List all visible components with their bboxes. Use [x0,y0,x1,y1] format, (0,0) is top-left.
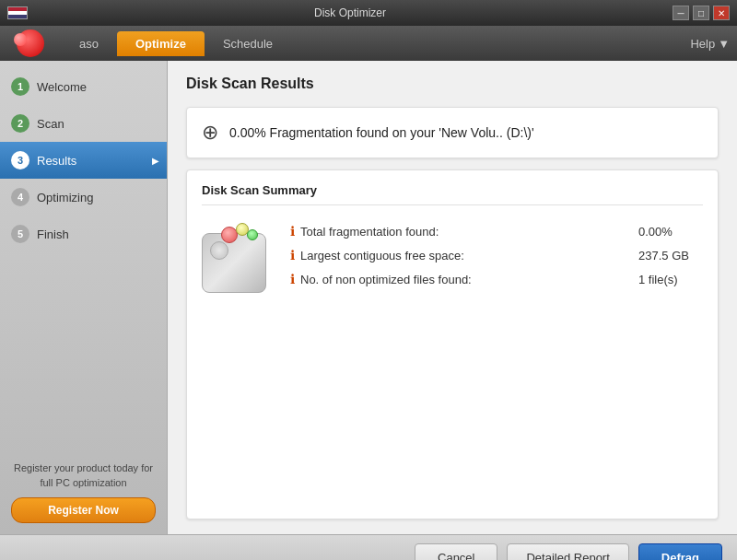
sidebar-item-scan[interactable]: 2 Scan [0,105,167,142]
sidebar-item-optimizing[interactable]: 4 Optimizing [0,179,167,216]
tab-optimize[interactable]: Optimize [117,31,205,56]
sidebar-bottom: Register your product today for full PC … [0,450,167,534]
logo-icon [14,29,47,57]
sidebar-label-scan: Scan [37,117,64,131]
tab-aso[interactable]: aso [61,31,117,56]
logo-inner-circle [14,33,27,46]
stat-info-icon-1: ℹ [290,224,295,239]
menubar: aso Optimize Schedule Help ▼ [0,26,737,61]
sidebar: 1 Welcome 2 Scan 3 Results 4 Optimizing … [0,61,168,534]
register-text: Register your product today for full PC … [11,461,156,490]
alert-icon: ⊕ [202,121,218,145]
sidebar-num-5: 5 [11,225,29,243]
stat-info-icon-3: ℹ [290,272,295,286]
stat-info-icon-2: ℹ [290,248,295,262]
summary-content: ℹ Total fragmentation found: 0.00% ℹ Lar… [202,216,703,298]
minimize-button[interactable]: ─ [673,6,689,20]
summary-stats: ℹ Total fragmentation found: 0.00% ℹ Lar… [290,224,703,286]
stat-value-nonoptimized: 1 file(s) [638,273,703,286]
sidebar-num-2: 2 [11,114,29,133]
help-menu[interactable]: Help ▼ [690,37,730,51]
disk-icon [202,224,275,298]
summary-box: Disk Scan Summary ℹ Total fragmentation … [186,169,719,519]
sidebar-label-results: Results [37,154,76,168]
sidebar-label-finish: Finish [37,228,69,241]
disk-shape [202,233,266,293]
stat-label-fragmentation: Total fragmentation found: [300,225,633,239]
window-title: Disk Optimizer [28,6,673,19]
close-button[interactable]: ✕ [713,6,730,20]
detailed-report-button[interactable]: Detailed Report [507,543,628,560]
disk-label-green [247,229,258,240]
titlebar: Disk Optimizer ─ □ ✕ [0,0,737,26]
summary-title: Disk Scan Summary [202,183,703,205]
sidebar-item-finish[interactable]: 5 Finish [0,216,167,252]
menu-tabs: aso Optimize Schedule [61,31,690,56]
page-title: Disk Scan Results [186,76,719,92]
stat-row-nonoptimized: ℹ No. of non optimized files found: 1 fi… [290,272,703,286]
sidebar-item-results[interactable]: 3 Results [0,142,167,179]
stat-label-nonoptimized: No. of non optimized files found: [300,273,633,286]
sidebar-num-1: 1 [11,77,29,96]
stat-label-freespace: Largest contiguous free space: [300,249,633,262]
bottom-bar: Cancel Detailed Report Defrag [0,534,737,560]
register-now-button[interactable]: Register Now [11,497,156,523]
sidebar-label-welcome: Welcome [37,80,87,94]
alert-message: 0.00% Fragmentation found on your 'New V… [229,125,534,140]
alert-banner: ⊕ 0.00% Fragmentation found on your 'New… [186,107,719,158]
sidebar-label-optimizing: Optimizing [37,191,93,204]
sidebar-num-3: 3 [11,151,29,169]
app-logo [7,29,53,58]
stat-row-fragmentation: ℹ Total fragmentation found: 0.00% [290,224,703,239]
main-container: 1 Welcome 2 Scan 3 Results 4 Optimizing … [0,61,737,534]
help-arrow-icon: ▼ [718,37,730,51]
cancel-button[interactable]: Cancel [415,543,497,560]
stat-value-freespace: 237.5 GB [638,249,703,262]
flag-icon [7,6,28,19]
defrag-button[interactable]: Defrag [638,543,722,560]
tab-schedule[interactable]: Schedule [205,31,291,56]
maximize-button[interactable]: □ [693,6,709,20]
stat-value-fragmentation: 0.00% [638,225,703,239]
help-label: Help [690,37,715,51]
sidebar-num-4: 4 [11,188,29,206]
stat-row-freespace: ℹ Largest contiguous free space: 237.5 G… [290,248,703,262]
content-area: Disk Scan Results ⊕ 0.00% Fragmentation … [168,61,737,534]
window-controls: ─ □ ✕ [673,6,730,20]
sidebar-item-welcome[interactable]: 1 Welcome [0,68,167,105]
